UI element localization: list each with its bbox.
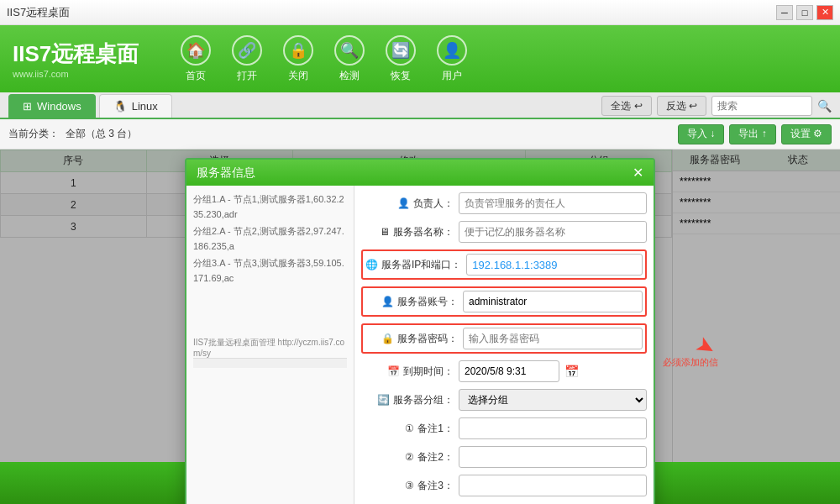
scrollbar[interactable] xyxy=(193,358,347,368)
annotation-text: 必须添加的信 xyxy=(663,356,718,369)
form-row-ip: 🌐 服务器IP和端口： xyxy=(361,249,647,280)
select-all-button[interactable]: 全选 ↩ xyxy=(601,96,651,116)
group-select[interactable]: 选择分组 xyxy=(459,389,647,411)
home-icon: 🏠 xyxy=(181,35,211,66)
logo-subtitle: www.iis7.com xyxy=(13,69,139,79)
modal-form: 👤 负责人： 🖥 服务器名称： xyxy=(354,186,654,504)
windows-icon: ⊞ xyxy=(23,100,32,113)
form-row-note1: ① 备注1： xyxy=(361,417,647,439)
group-label: 🔄 服务器分组： xyxy=(361,393,454,407)
user-icon: 👤 xyxy=(437,35,467,66)
ip-port-input[interactable] xyxy=(466,254,643,276)
lock-icon: 🔒 xyxy=(381,333,394,344)
minimize-button[interactable]: ─ xyxy=(776,5,793,20)
logo-text: IIS7远程桌面 xyxy=(13,39,139,69)
nav-detect[interactable]: 🔍 检测 xyxy=(334,35,365,83)
note1-input[interactable] xyxy=(459,417,647,439)
open-icon: 🔗 xyxy=(232,35,262,66)
account-icon: 👤 xyxy=(381,296,394,307)
nav-close-label: 关闭 xyxy=(288,69,308,83)
note3-input[interactable] xyxy=(459,475,647,496)
current-category-label: 当前分类： xyxy=(8,127,59,141)
note1-label: ① 备注1： xyxy=(361,422,454,436)
nav-restore[interactable]: 🔄 恢复 xyxy=(386,35,416,83)
tab-linux-label: Linux xyxy=(132,100,158,113)
account-label-text: 服务器账号： xyxy=(397,295,458,309)
current-category-value: 全部（总 3 台） xyxy=(66,127,137,141)
export-button[interactable]: 导出 ↑ xyxy=(729,124,775,144)
search-input[interactable] xyxy=(711,96,812,116)
modal-overlay: 服务器信息 ✕ 分组1.A - 节点1,测试服务器1,60.32.235.230… xyxy=(0,150,840,462)
form-row-group: 🔄 服务器分组： 选择分组 xyxy=(361,389,647,411)
logo-area: IIS7远程桌面 www.iis7.com xyxy=(13,39,139,79)
responsible-label: 👤 负责人： xyxy=(361,197,454,211)
server-name-label-text: 服务器名称： xyxy=(393,225,454,239)
tabs-bar: ⊞ Windows 🐧 Linux 全选 ↩ 反选 ↩ 🔍 xyxy=(0,92,840,119)
footer-link: IIS7批量远程桌面管理 http://yczm.iis7.com/sy xyxy=(193,337,347,358)
app-title: IIS7远程桌面 xyxy=(7,5,70,20)
expire-label-text: 到期时间： xyxy=(403,365,454,379)
settings-button[interactable]: 设置 ⚙ xyxy=(781,124,832,144)
note2-label-text: 备注2： xyxy=(417,450,454,465)
calendar-icon: 📅 xyxy=(387,365,400,377)
expire-label: 📅 到期时间： xyxy=(361,365,454,379)
person-icon: 👤 xyxy=(397,197,410,209)
nav-close[interactable]: 🔒 关闭 xyxy=(283,35,313,83)
nav-open-label: 打开 xyxy=(237,69,257,83)
form-row-expire: 📅 到期时间： 📅 xyxy=(361,360,647,382)
server-name-input[interactable] xyxy=(459,221,647,243)
password-label-text: 服务器密码： xyxy=(397,332,458,346)
nav-open[interactable]: 🔗 打开 xyxy=(232,35,262,83)
monitor-icon: 🖥 xyxy=(380,226,390,238)
note3-label-text: 备注3： xyxy=(417,479,454,493)
nav-user-label: 用户 xyxy=(442,69,462,83)
server-list-text: 分组1.A - 节点1,测试服务器1,60.32.235.230,adr 分组2… xyxy=(193,192,347,286)
import-button[interactable]: 导入 ↓ xyxy=(678,124,724,144)
maximize-button[interactable]: □ xyxy=(796,5,813,20)
tab-windows[interactable]: ⊞ Windows xyxy=(8,94,96,118)
modal-header: 服务器信息 ✕ xyxy=(186,160,654,186)
search-icon: 🔍 xyxy=(817,99,832,113)
note1-icon: ① xyxy=(405,423,414,434)
server-line1: 分组1.A - 节点1,测试服务器1,60.32.235.230,adr xyxy=(193,192,347,222)
password-label: 🔒 服务器密码： xyxy=(365,332,458,346)
modal-body: 分组1.A - 节点1,测试服务器1,60.32.235.230,adr 分组2… xyxy=(186,186,654,504)
tab-linux[interactable]: 🐧 Linux xyxy=(99,94,172,118)
account-input[interactable] xyxy=(463,291,643,312)
tab-windows-label: Windows xyxy=(37,100,81,113)
titlebar-left: IIS7远程桌面 xyxy=(7,5,70,20)
form-row-server-name: 🖥 服务器名称： xyxy=(361,221,647,243)
close-button[interactable]: ✕ xyxy=(816,5,833,20)
nav-detect-label: 检测 xyxy=(339,69,360,83)
form-row-account: 👤 服务器账号： xyxy=(361,286,647,317)
nav-user[interactable]: 👤 用户 xyxy=(437,35,467,83)
note2-label: ② 备注2： xyxy=(361,450,454,465)
toolbar: 当前分类： 全部（总 3 台） 导入 ↓ 导出 ↑ 设置 ⚙ xyxy=(0,119,840,150)
modal-close-button[interactable]: ✕ xyxy=(633,165,643,181)
modal-server-list: 分组1.A - 节点1,测试服务器1,60.32.235.230,adr 分组2… xyxy=(186,186,354,504)
ip-label-text: 服务器IP和端口： xyxy=(381,258,461,272)
nav-home[interactable]: 🏠 首页 xyxy=(181,35,211,83)
calendar-picker-icon[interactable]: 📅 xyxy=(564,365,579,378)
linux-icon: 🐧 xyxy=(113,100,127,113)
form-row-responsible: 👤 负责人： xyxy=(361,192,647,214)
detect-icon: 🔍 xyxy=(334,35,365,66)
footer-link-area: IIS7批量远程桌面管理 http://yczm.iis7.com/sy xyxy=(193,286,347,358)
modal-title: 服务器信息 xyxy=(197,165,255,181)
nav-home-label: 首页 xyxy=(186,69,206,83)
titlebar-controls[interactable]: ─ □ ✕ xyxy=(776,5,833,20)
nav-icons: 🏠 首页 🔗 打开 🔒 关闭 🔍 检测 🔄 恢复 👤 用户 xyxy=(181,35,467,83)
ip-icon: 🌐 xyxy=(365,259,378,270)
note1-label-text: 备注1： xyxy=(417,422,454,436)
form-row-note2: ② 备注2： xyxy=(361,446,647,468)
note2-input[interactable] xyxy=(459,446,647,468)
responsible-input[interactable] xyxy=(459,192,647,214)
form-row-note3: ③ 备注3： xyxy=(361,475,647,496)
password-input[interactable] xyxy=(463,328,643,349)
expire-input[interactable] xyxy=(459,360,559,382)
group-label-text: 服务器分组： xyxy=(393,393,454,407)
group-icon: 🔄 xyxy=(377,394,390,406)
tab-toolbar: 全选 ↩ 反选 ↩ 🔍 xyxy=(601,96,832,118)
titlebar: IIS7远程桌面 ─ □ ✕ xyxy=(0,0,840,25)
invert-select-button[interactable]: 反选 ↩ xyxy=(657,96,706,116)
